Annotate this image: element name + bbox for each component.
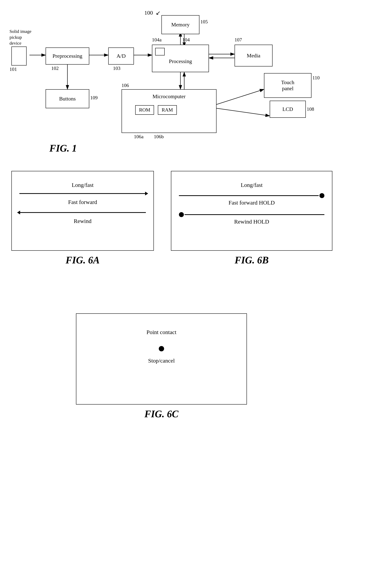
fig6a-rewind-line <box>19 212 146 213</box>
lcd-number: 108 <box>307 106 314 112</box>
touch-panel-block: Touch panel <box>264 73 312 98</box>
fig6c-dot <box>159 346 164 351</box>
fig6a-line1-label: Long/fast <box>72 182 94 188</box>
processing-block: Processing <box>152 45 209 72</box>
svg-line-16 <box>216 89 264 104</box>
fig6c-label2: Stop/cancel <box>148 358 175 364</box>
solid-device-block <box>12 46 26 66</box>
ad-number: 103 <box>113 66 120 71</box>
fig1-label: FIG. 1 <box>50 143 77 154</box>
fig6a-container: Long/fast Fast forward Rewind FIG. 6A <box>12 171 154 266</box>
fig6b-fast-forward-line <box>179 193 324 198</box>
processing-label-104a: 104a <box>152 37 162 43</box>
fig6b-line1-label: Long/fast <box>241 182 263 188</box>
system-number-label: 100 <box>144 10 153 16</box>
preprocessing-number: 102 <box>51 66 59 71</box>
fig6a-fast-forward-line <box>19 193 146 194</box>
buttons-block: Buttons <box>46 89 89 108</box>
fig6a-line3-label: Rewind <box>74 218 91 224</box>
rom-number: 106a <box>134 134 144 140</box>
fig6a-box: Long/fast Fast forward Rewind <box>12 171 154 251</box>
solid-device-number: 101 <box>10 66 17 72</box>
solid-device-label: Solid image pickup device <box>10 28 32 46</box>
ram-block: RAM <box>158 105 177 115</box>
memory-number: 105 <box>200 19 208 25</box>
buttons-number: 109 <box>90 95 98 101</box>
fig6b-rewind-line <box>179 212 324 217</box>
memory-block: Memory <box>162 15 200 34</box>
fig6b-line2-label: Fast forward HOLD <box>228 200 275 206</box>
rom-block: ROM <box>135 105 154 115</box>
fig6c-box: Point contact Stop/cancel <box>76 313 247 404</box>
fig6b-box: Long/fast Fast forward HOLD Rewind HOLD <box>171 171 332 251</box>
processing-number: 104 <box>182 37 190 43</box>
ram-number: 106b <box>154 134 164 140</box>
touch-panel-number: 110 <box>312 75 320 81</box>
fig6b-container: Long/fast Fast forward HOLD Rewind HOLD … <box>171 171 332 266</box>
fig6c-label: FIG. 6C <box>76 408 247 420</box>
media-number: 107 <box>234 37 242 43</box>
lcd-block: LCD <box>270 101 306 118</box>
fig6c-label1: Point contact <box>146 329 176 336</box>
fig6c-container: Point contact Stop/cancel FIG. 6C <box>76 313 247 420</box>
fig6b-line3-label: Rewind HOLD <box>234 218 269 225</box>
microcomputer-block: Microcomputer ROM RAM <box>122 89 216 133</box>
microcomputer-number: 106 <box>122 82 129 88</box>
media-block: Media <box>234 45 272 66</box>
fig6a-line2-label: Fast forward <box>68 199 97 205</box>
ad-block: A/D <box>108 48 134 64</box>
fig1-diagram: 100 ↙ Solid image pickup device 101 Prep… <box>8 8 384 156</box>
fig6b-label: FIG. 6B <box>171 254 332 266</box>
fig6a-label: FIG. 6A <box>12 254 154 266</box>
preprocessing-block: Preprocessing <box>46 48 89 64</box>
svg-line-17 <box>216 108 270 116</box>
